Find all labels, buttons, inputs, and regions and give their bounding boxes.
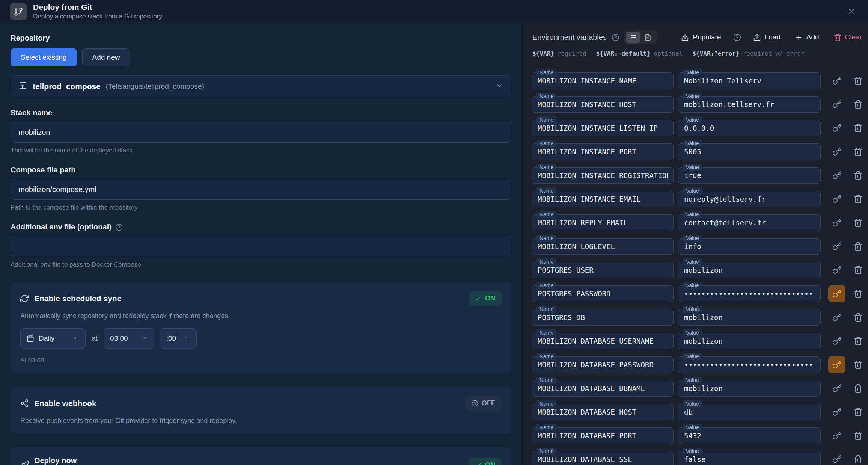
delete-variable-button[interactable]	[851, 265, 865, 275]
env-value-field[interactable]: Valuedb	[678, 404, 821, 420]
env-name-field[interactable]: NameMOBILIZON_DATABASE_HOST	[532, 404, 674, 420]
delete-variable-button[interactable]	[851, 360, 865, 370]
webhook-toggle[interactable]: OFF	[465, 396, 502, 411]
env-value-field[interactable]: Value5432	[678, 427, 821, 444]
delete-variable-button[interactable]	[851, 100, 865, 109]
populate-button[interactable]: Populate	[679, 33, 723, 42]
env-value-field[interactable]: Value5005	[678, 143, 821, 160]
env-value-field[interactable]: Valuenoreply@tellserv.fr	[678, 191, 821, 207]
env-name-field[interactable]: NameMOBILIZON_REPLY_EMAIL	[532, 214, 674, 231]
help-icon[interactable]	[115, 223, 123, 231]
env-value-field[interactable]: ValueMobilizon Tellserv	[678, 72, 821, 89]
env-value-field[interactable]: Valuefalse	[678, 451, 821, 465]
stack-name-input[interactable]: mobilizon	[11, 122, 511, 143]
compose-path-input[interactable]: mobilizon/compose.yml	[11, 179, 511, 200]
env-name-field[interactable]: NamePOSTGRES_DB	[532, 309, 674, 326]
toggle-secret-button[interactable]	[828, 238, 845, 255]
env-name-field[interactable]: NameMOBILIZON_INSTANCE_LISTEN_IP	[532, 120, 674, 136]
toggle-secret-button[interactable]	[828, 403, 845, 421]
env-value-field[interactable]: Valuemobilizon.tellserv.fr	[678, 96, 821, 113]
compose-path-label: Compose file path	[11, 166, 511, 174]
env-name-field[interactable]: NamePOSTGRES_PASSWORD	[532, 285, 674, 302]
deploy-now-toggle[interactable]: ON	[469, 458, 502, 465]
delete-variable-button[interactable]	[851, 171, 865, 180]
trash-icon	[854, 337, 863, 346]
env-name-field[interactable]: NameMOBILIZON_DATABASE_USERNAME	[532, 333, 674, 349]
add-variable-button[interactable]: Add	[793, 33, 821, 42]
env-row-actions	[828, 356, 865, 373]
delete-variable-button[interactable]	[851, 194, 865, 204]
env-value-field[interactable]: Valuemobilizon	[678, 380, 821, 397]
toggle-secret-button[interactable]	[828, 72, 845, 89]
env-value-field[interactable]: Valueinfo	[678, 238, 821, 255]
toggle-secret-button[interactable]	[828, 214, 845, 231]
env-name-field[interactable]: NameMOBILIZON_DATABASE_DBNAME	[532, 380, 674, 397]
minute-value: :00	[166, 334, 176, 343]
toggle-secret-button[interactable]	[828, 167, 845, 184]
delete-variable-button[interactable]	[851, 313, 865, 322]
toggle-secret-button[interactable]	[828, 309, 845, 326]
env-file-input[interactable]	[11, 236, 511, 257]
toggle-secret-button[interactable]	[828, 451, 845, 465]
env-value-field[interactable]: Valuemobilizon	[678, 309, 821, 326]
minute-select[interactable]: :00	[160, 328, 197, 349]
add-new-tab[interactable]: Add new	[82, 48, 130, 66]
env-name-field[interactable]: NameMOBILIZON_DATABASE_SSL	[532, 451, 674, 465]
file-view-button[interactable]	[641, 32, 655, 43]
chevron-down-icon	[184, 334, 190, 343]
delete-variable-button[interactable]	[851, 431, 865, 441]
env-value-field[interactable]: Value••••••••••••••••••••••••••••••	[678, 356, 821, 373]
env-name-field[interactable]: NameMOBILIZON_INSTANCE_HOST	[532, 96, 674, 113]
dialog-header: Deploy from Git Deploy a compose stack f…	[0, 0, 868, 23]
list-view-button[interactable]	[626, 32, 640, 43]
env-value-field[interactable]: Value0.0.0.0	[678, 120, 821, 136]
env-name-field[interactable]: NameMOBILIZON_INSTANCE_PORT	[532, 143, 674, 160]
delete-variable-button[interactable]	[851, 76, 865, 86]
toggle-secret-button[interactable]	[828, 427, 845, 444]
env-value-field[interactable]: Valuemobilizon	[678, 262, 821, 278]
delete-variable-button[interactable]	[851, 454, 865, 464]
close-button[interactable]	[845, 5, 858, 18]
env-row-actions	[828, 403, 865, 421]
toggle-secret-button[interactable]	[828, 190, 845, 208]
env-name-field[interactable]: NameMOBILIZON_DATABASE_PASSWORD	[532, 356, 674, 373]
clear-button[interactable]: Clear	[831, 33, 864, 42]
help-icon[interactable]	[733, 33, 741, 41]
delete-variable-button[interactable]	[851, 383, 865, 393]
env-var-row: NamePOSTGRES_PASSWORDValue••••••••••••••…	[532, 285, 865, 302]
key-icon	[832, 360, 841, 369]
env-value-field[interactable]: Value••••••••••••••••••••••••••••••	[678, 285, 821, 302]
toggle-secret-button[interactable]	[828, 380, 845, 397]
env-name-field[interactable]: NameMOBILIZON_INSTANCE_REGISTRATIONS_OPE…	[532, 167, 674, 184]
toggle-secret-button[interactable]	[828, 332, 845, 350]
env-value-field[interactable]: Valuecontact@tellserv.fr	[678, 214, 821, 231]
delete-variable-button[interactable]	[851, 289, 865, 299]
load-button[interactable]: Load	[751, 33, 783, 42]
toggle-secret-button[interactable]	[828, 285, 845, 302]
env-value-field[interactable]: Valuetrue	[678, 167, 821, 184]
toggle-secret-button[interactable]	[828, 356, 845, 373]
help-icon[interactable]	[612, 33, 619, 41]
frequency-select[interactable]: Daily	[20, 328, 86, 349]
delete-variable-button[interactable]	[851, 336, 865, 346]
hour-select[interactable]: 03:00	[104, 328, 154, 349]
toggle-secret-button[interactable]	[828, 119, 845, 137]
delete-variable-button[interactable]	[851, 123, 865, 133]
scheduled-sync-toggle[interactable]: ON	[469, 291, 502, 306]
env-value-field[interactable]: Valuemobilizon	[678, 333, 821, 349]
toggle-secret-button[interactable]	[828, 143, 845, 160]
repository-select[interactable]: tellprod_compose (Tellsanguis/tellprod_c…	[11, 75, 511, 97]
select-existing-tab[interactable]: Select existing	[11, 48, 77, 66]
env-name-field[interactable]: NameMOBILIZON_INSTANCE_EMAIL	[532, 191, 674, 207]
toggle-secret-button[interactable]	[828, 96, 845, 113]
env-name-field[interactable]: NamePOSTGRES_USER	[532, 262, 674, 278]
env-name-field[interactable]: NameMOBILIZON_LOGLEVEL	[532, 238, 674, 255]
delete-variable-button[interactable]	[851, 147, 865, 157]
env-name-field[interactable]: NameMOBILIZON_INSTANCE_NAME	[532, 72, 674, 89]
delete-variable-button[interactable]	[851, 407, 865, 417]
delete-variable-button[interactable]	[851, 242, 865, 251]
chevron-down-icon	[495, 82, 503, 91]
toggle-secret-button[interactable]	[828, 261, 845, 279]
delete-variable-button[interactable]	[851, 218, 865, 228]
env-name-field[interactable]: NameMOBILIZON_DATABASE_PORT	[532, 427, 674, 444]
